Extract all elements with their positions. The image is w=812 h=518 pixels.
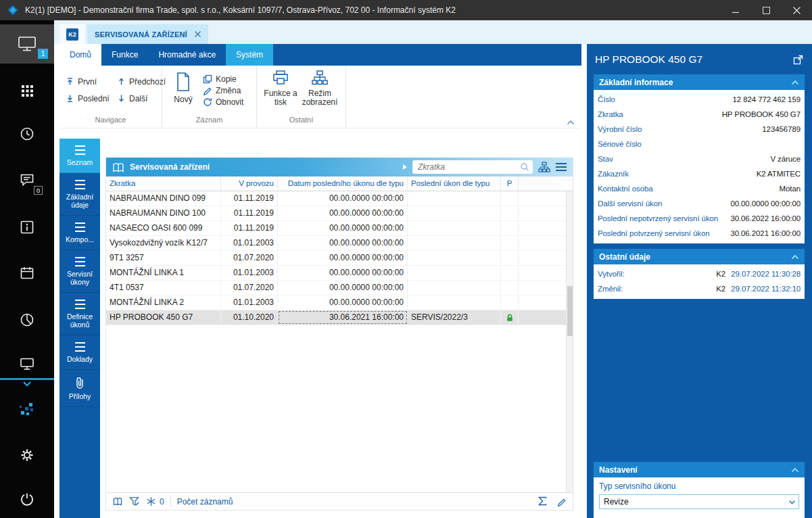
record-count-label[interactable]: Počet záznamů — [177, 497, 233, 507]
last-record-button[interactable]: Poslední — [66, 90, 117, 107]
chevron-up-icon[interactable] — [791, 80, 799, 85]
window-titlebar[interactable]: K2(1) [DEMO] - Demonstrační firma Trade,… — [0, 0, 812, 20]
sidebar-item-history[interactable] — [0, 122, 54, 146]
vertical-scrollbar[interactable] — [566, 191, 573, 492]
new-record-button[interactable]: Nový — [169, 70, 197, 114]
field-label[interactable]: Další servisní úkon — [598, 199, 730, 208]
ribbon-collapse-button[interactable] — [567, 120, 575, 125]
next-record-button[interactable]: Další — [117, 90, 166, 107]
cell-p — [501, 251, 519, 265]
monitor-icon — [18, 36, 37, 52]
table-row[interactable]: MONTÁŽNÍ LINKA 1 01.01.2003 00.00.0000 0… — [106, 266, 566, 281]
field-label[interactable]: Poslední nepotvrzený servisní úkon — [598, 214, 730, 222]
field-label[interactable]: Vytvořil: — [598, 270, 716, 278]
sidebar-item-info[interactable] — [0, 215, 54, 239]
sidebar-item-calendar[interactable] — [0, 260, 54, 285]
book-columns-icon[interactable] — [112, 497, 123, 507]
ribbon-tab-system[interactable]: Systém — [226, 44, 273, 66]
sum-icon[interactable] — [538, 496, 547, 507]
ribbon-tab-bulk-actions[interactable]: Hromadné akce — [148, 44, 226, 66]
sidebar-expand-handle[interactable] — [0, 377, 54, 387]
cell-posledni-ukon — [408, 236, 501, 250]
sidebar-item-whats-new[interactable] — [0, 398, 54, 423]
grid-menu-icon[interactable] — [556, 163, 567, 171]
field-label[interactable]: Výrobní číslo — [598, 125, 762, 133]
column-header-posledni-ukon[interactable]: Poslední úkon dle typu — [408, 176, 501, 191]
table-row[interactable]: NASAECO OASI 600 099 01.11.2019 00.00.00… — [106, 221, 566, 236]
sidebar-item-desktop[interactable]: 1 — [0, 24, 54, 64]
chevron-up-icon[interactable] — [791, 254, 799, 260]
minimize-button[interactable] — [721, 0, 751, 20]
refresh-record-button[interactable]: Obnovit — [203, 97, 243, 107]
field-label[interactable]: Zákazník — [598, 170, 757, 178]
field-label[interactable]: Číslo — [598, 95, 732, 103]
field-label[interactable]: Stav — [598, 155, 770, 163]
copy-record-button[interactable]: Kopie — [203, 74, 243, 84]
module-nav-item[interactable]: Servisní úkony — [59, 250, 100, 293]
chevron-down-icon[interactable] — [785, 495, 798, 509]
table-row[interactable]: 9T1 3257 01.07.2020 00.00.0000 00:00:00 — [106, 251, 566, 266]
maximize-button[interactable] — [751, 0, 782, 20]
table-row[interactable]: 4T1 0537 01.07.2020 00.00.0000 00:00:00 — [106, 281, 566, 296]
field-value: K2 — [716, 285, 725, 293]
cell-datum: 00.00.0000 00:00:00 — [278, 221, 408, 235]
tree-view-icon[interactable] — [538, 162, 550, 172]
table-row[interactable]: MONTÁŽNÍ LINKA 2 01.01.2003 00.00.0000 0… — [106, 296, 566, 310]
ribbon-tab-functions[interactable]: Funkce — [101, 44, 148, 66]
view-mode-button[interactable]: Režim zobrazení — [300, 68, 339, 114]
sidebar-item-workstation[interactable] — [0, 352, 54, 376]
snowflake-icon[interactable] — [146, 496, 156, 507]
previous-record-button[interactable]: Předchozí — [117, 73, 166, 90]
module-nav-item[interactable]: Základní údaje — [59, 173, 100, 216]
tab-servisovana-zarizeni[interactable]: SERVISOVANÁ ZAŘÍZENÍ — [87, 24, 208, 44]
sidebar-item-messages[interactable]: 0 — [0, 168, 54, 192]
module-nav-item[interactable]: Přílohy — [59, 370, 100, 407]
module-nav-item[interactable]: Definice úkonů — [59, 293, 100, 335]
ribbon-tab-bar: Domů Funkce Hromadné akce Systém — [59, 44, 581, 66]
table-row[interactable]: NABRAUMANN DINO 100 01.11.2019 00.00.000… — [106, 206, 566, 221]
sidebar-item-modules[interactable] — [0, 78, 54, 103]
table-row[interactable]: Vysokozdvižný vozík K12/7 01.01.2003 00.… — [106, 236, 566, 251]
sidebar-item-logout[interactable] — [0, 487, 54, 511]
scrollbar-thumb[interactable] — [567, 286, 573, 336]
filter-icon[interactable] — [129, 496, 140, 507]
module-nav-item[interactable]: Seznam — [59, 139, 100, 173]
other-fields: Vytvořil: K2 29.07.2022 11:30:28 Změnil:… — [594, 264, 805, 299]
table-row[interactable]: NABRAUMANN DINO 099 01.11.2019 00.00.000… — [106, 191, 566, 206]
table-row[interactable]: HP PROBOOK 450 G7 01.10.2020 30.06.2021 … — [106, 310, 566, 325]
column-header-v-provozu[interactable]: V provozu — [221, 176, 278, 191]
filter-expander-icon[interactable] — [403, 164, 407, 170]
field-label[interactable]: Poslední potvrzený servisní úkon — [598, 229, 730, 237]
open-in-window-icon[interactable] — [793, 55, 803, 65]
sidebar-item-settings[interactable] — [0, 443, 54, 467]
field-label[interactable]: Kontaktní osoba — [598, 185, 780, 193]
field-value: V záruce — [770, 155, 801, 163]
column-header-zkratka[interactable]: Zkratka — [106, 176, 221, 191]
chevron-up-icon[interactable] — [791, 467, 799, 473]
module-nav-item[interactable]: Doklady — [59, 335, 100, 370]
field-label[interactable]: Změnil: — [598, 285, 716, 293]
first-record-button[interactable]: První — [66, 73, 117, 90]
service-type-dropdown[interactable]: Revize — [599, 494, 799, 509]
cell-filler — [519, 310, 566, 325]
field-label[interactable]: Sériové číslo — [598, 140, 801, 148]
tab-close-icon[interactable] — [195, 31, 201, 37]
org-chart-icon — [311, 70, 329, 86]
module-nav-item[interactable]: Kompo... — [59, 216, 100, 250]
ribbon-group-label: Záznam — [162, 114, 256, 128]
apps-grid-icon — [22, 85, 33, 97]
edit-pencil-icon[interactable] — [557, 497, 567, 507]
tab-k2-home[interactable]: K2 — [59, 24, 85, 44]
change-record-button[interactable]: Změna — [203, 86, 243, 95]
close-button[interactable] — [782, 0, 812, 20]
column-header-datum[interactable]: Datum posledního úkonu dle typu — [278, 176, 408, 191]
search-input[interactable] — [412, 160, 533, 174]
detail-field-row: Poslední nepotvrzený servisní úkon 30.06… — [594, 211, 805, 226]
field-label[interactable]: Zkratka — [598, 110, 722, 118]
cell-datum: 30.06.2021 16:00:00 — [278, 310, 408, 325]
column-header-p[interactable]: P — [501, 176, 519, 191]
ribbon-tab-home[interactable]: Domů — [59, 44, 101, 66]
field-value: HP PROBOOK 450 G7 — [722, 110, 801, 118]
sidebar-item-reports[interactable] — [0, 308, 54, 332]
functions-print-button[interactable]: Funkce a tisk — [261, 68, 300, 114]
